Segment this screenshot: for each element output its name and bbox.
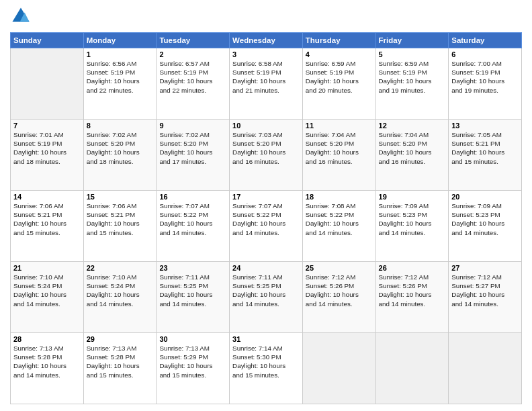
day-number: 24 bbox=[232, 264, 300, 272]
day-number: 6 bbox=[451, 50, 519, 58]
day-number: 26 bbox=[379, 264, 446, 272]
day-header-friday: Friday bbox=[375, 33, 449, 48]
day-number: 16 bbox=[159, 193, 226, 201]
day-number: 14 bbox=[13, 193, 81, 201]
day-info: Sunrise: 7:02 AM Sunset: 5:20 PM Dayligh… bbox=[87, 130, 154, 166]
calendar-cell: 22Sunrise: 7:10 AM Sunset: 5:24 PM Dayli… bbox=[83, 262, 157, 333]
day-number: 19 bbox=[379, 193, 446, 201]
day-info: Sunrise: 7:06 AM Sunset: 5:21 PM Dayligh… bbox=[13, 201, 81, 237]
calendar-cell bbox=[449, 333, 522, 404]
calendar: SundayMondayTuesdayWednesdayThursdayFrid… bbox=[10, 32, 522, 404]
day-info: Sunrise: 7:07 AM Sunset: 5:22 PM Dayligh… bbox=[159, 201, 226, 237]
day-info: Sunrise: 7:04 AM Sunset: 5:20 PM Dayligh… bbox=[379, 130, 446, 166]
week-row-5: 28Sunrise: 7:13 AM Sunset: 5:28 PM Dayli… bbox=[11, 333, 522, 404]
day-number: 11 bbox=[306, 122, 373, 130]
day-number: 25 bbox=[306, 264, 373, 272]
calendar-cell: 13Sunrise: 7:05 AM Sunset: 5:21 PM Dayli… bbox=[449, 120, 522, 191]
calendar-cell: 10Sunrise: 7:03 AM Sunset: 5:20 PM Dayli… bbox=[230, 120, 303, 191]
calendar-cell: 16Sunrise: 7:07 AM Sunset: 5:22 PM Dayli… bbox=[157, 191, 230, 262]
day-number: 17 bbox=[232, 193, 300, 201]
page: SundayMondayTuesdayWednesdayThursdayFrid… bbox=[0, 0, 532, 411]
day-number: 8 bbox=[87, 122, 154, 130]
day-header-sunday: Sunday bbox=[11, 33, 84, 48]
calendar-cell: 9Sunrise: 7:02 AM Sunset: 5:20 PM Daylig… bbox=[157, 120, 230, 191]
day-info: Sunrise: 7:05 AM Sunset: 5:21 PM Dayligh… bbox=[451, 130, 519, 166]
day-info: Sunrise: 7:12 AM Sunset: 5:26 PM Dayligh… bbox=[379, 273, 446, 308]
day-number: 31 bbox=[232, 335, 300, 343]
week-row-3: 14Sunrise: 7:06 AM Sunset: 5:21 PM Dayli… bbox=[11, 191, 522, 262]
calendar-cell bbox=[302, 333, 375, 404]
day-number: 28 bbox=[13, 335, 81, 343]
day-number: 1 bbox=[87, 50, 154, 58]
header-row: SundayMondayTuesdayWednesdayThursdayFrid… bbox=[11, 33, 522, 48]
calendar-cell: 18Sunrise: 7:08 AM Sunset: 5:22 PM Dayli… bbox=[302, 191, 375, 262]
calendar-cell: 5Sunrise: 6:59 AM Sunset: 5:19 PM Daylig… bbox=[375, 48, 449, 120]
day-info: Sunrise: 7:13 AM Sunset: 5:28 PM Dayligh… bbox=[87, 344, 154, 379]
day-info: Sunrise: 6:59 AM Sunset: 5:19 PM Dayligh… bbox=[306, 59, 373, 95]
day-number: 3 bbox=[232, 50, 300, 58]
calendar-cell: 28Sunrise: 7:13 AM Sunset: 5:28 PM Dayli… bbox=[11, 333, 84, 404]
day-info: Sunrise: 7:09 AM Sunset: 5:23 PM Dayligh… bbox=[451, 201, 519, 237]
day-info: Sunrise: 7:14 AM Sunset: 5:30 PM Dayligh… bbox=[232, 344, 300, 379]
header bbox=[10, 7, 522, 28]
calendar-cell: 4Sunrise: 6:59 AM Sunset: 5:19 PM Daylig… bbox=[302, 48, 375, 120]
calendar-cell: 27Sunrise: 7:12 AM Sunset: 5:27 PM Dayli… bbox=[449, 262, 522, 333]
day-header-wednesday: Wednesday bbox=[230, 33, 303, 48]
day-number: 30 bbox=[159, 335, 226, 343]
calendar-cell bbox=[11, 48, 84, 120]
day-number: 22 bbox=[87, 264, 154, 272]
calendar-cell: 1Sunrise: 6:56 AM Sunset: 5:19 PM Daylig… bbox=[83, 48, 157, 120]
day-info: Sunrise: 7:12 AM Sunset: 5:26 PM Dayligh… bbox=[306, 273, 373, 308]
week-row-2: 7Sunrise: 7:01 AM Sunset: 5:19 PM Daylig… bbox=[11, 120, 522, 191]
day-header-saturday: Saturday bbox=[449, 33, 522, 48]
day-info: Sunrise: 7:10 AM Sunset: 5:24 PM Dayligh… bbox=[87, 273, 154, 308]
week-row-1: 1Sunrise: 6:56 AM Sunset: 5:19 PM Daylig… bbox=[11, 48, 522, 120]
day-info: Sunrise: 7:02 AM Sunset: 5:20 PM Dayligh… bbox=[159, 130, 226, 166]
day-header-thursday: Thursday bbox=[302, 33, 375, 48]
calendar-cell: 25Sunrise: 7:12 AM Sunset: 5:26 PM Dayli… bbox=[302, 262, 375, 333]
calendar-cell bbox=[375, 333, 449, 404]
day-number: 13 bbox=[451, 122, 519, 130]
day-number: 5 bbox=[379, 50, 446, 58]
day-info: Sunrise: 7:00 AM Sunset: 5:19 PM Dayligh… bbox=[451, 59, 519, 95]
day-info: Sunrise: 7:12 AM Sunset: 5:27 PM Dayligh… bbox=[451, 273, 519, 308]
day-info: Sunrise: 7:08 AM Sunset: 5:22 PM Dayligh… bbox=[306, 201, 373, 237]
calendar-cell: 31Sunrise: 7:14 AM Sunset: 5:30 PM Dayli… bbox=[230, 333, 303, 404]
day-info: Sunrise: 7:11 AM Sunset: 5:25 PM Dayligh… bbox=[232, 273, 300, 308]
day-header-tuesday: Tuesday bbox=[157, 33, 230, 48]
day-number: 4 bbox=[306, 50, 373, 58]
day-info: Sunrise: 7:03 AM Sunset: 5:20 PM Dayligh… bbox=[232, 130, 300, 166]
calendar-cell: 11Sunrise: 7:04 AM Sunset: 5:20 PM Dayli… bbox=[302, 120, 375, 191]
day-info: Sunrise: 6:58 AM Sunset: 5:19 PM Dayligh… bbox=[232, 59, 300, 95]
calendar-cell: 30Sunrise: 7:13 AM Sunset: 5:29 PM Dayli… bbox=[157, 333, 230, 404]
calendar-cell: 24Sunrise: 7:11 AM Sunset: 5:25 PM Dayli… bbox=[230, 262, 303, 333]
day-info: Sunrise: 7:04 AM Sunset: 5:20 PM Dayligh… bbox=[306, 130, 373, 166]
day-info: Sunrise: 6:59 AM Sunset: 5:19 PM Dayligh… bbox=[379, 59, 446, 95]
day-number: 27 bbox=[451, 264, 519, 272]
calendar-cell: 6Sunrise: 7:00 AM Sunset: 5:19 PM Daylig… bbox=[449, 48, 522, 120]
calendar-cell: 20Sunrise: 7:09 AM Sunset: 5:23 PM Dayli… bbox=[449, 191, 522, 262]
day-number: 21 bbox=[13, 264, 81, 272]
calendar-cell: 3Sunrise: 6:58 AM Sunset: 5:19 PM Daylig… bbox=[230, 48, 303, 120]
day-number: 9 bbox=[159, 122, 226, 130]
day-number: 10 bbox=[232, 122, 300, 130]
calendar-cell: 17Sunrise: 7:07 AM Sunset: 5:22 PM Dayli… bbox=[230, 191, 303, 262]
day-number: 29 bbox=[87, 335, 154, 343]
day-info: Sunrise: 6:56 AM Sunset: 5:19 PM Dayligh… bbox=[87, 59, 154, 95]
calendar-cell: 8Sunrise: 7:02 AM Sunset: 5:20 PM Daylig… bbox=[83, 120, 157, 191]
calendar-cell: 7Sunrise: 7:01 AM Sunset: 5:19 PM Daylig… bbox=[11, 120, 84, 191]
calendar-cell: 12Sunrise: 7:04 AM Sunset: 5:20 PM Dayli… bbox=[375, 120, 449, 191]
calendar-cell: 15Sunrise: 7:06 AM Sunset: 5:21 PM Dayli… bbox=[83, 191, 157, 262]
day-info: Sunrise: 6:57 AM Sunset: 5:19 PM Dayligh… bbox=[159, 59, 226, 95]
calendar-cell: 29Sunrise: 7:13 AM Sunset: 5:28 PM Dayli… bbox=[83, 333, 157, 404]
day-number: 15 bbox=[87, 193, 154, 201]
calendar-cell: 2Sunrise: 6:57 AM Sunset: 5:19 PM Daylig… bbox=[157, 48, 230, 120]
calendar-cell: 26Sunrise: 7:12 AM Sunset: 5:26 PM Dayli… bbox=[375, 262, 449, 333]
day-number: 20 bbox=[451, 193, 519, 201]
calendar-cell: 19Sunrise: 7:09 AM Sunset: 5:23 PM Dayli… bbox=[375, 191, 449, 262]
calendar-cell: 21Sunrise: 7:10 AM Sunset: 5:24 PM Dayli… bbox=[11, 262, 84, 333]
day-info: Sunrise: 7:13 AM Sunset: 5:28 PM Dayligh… bbox=[13, 344, 81, 379]
day-number: 12 bbox=[379, 122, 446, 130]
day-number: 7 bbox=[13, 122, 81, 130]
day-info: Sunrise: 7:11 AM Sunset: 5:25 PM Dayligh… bbox=[159, 273, 226, 308]
